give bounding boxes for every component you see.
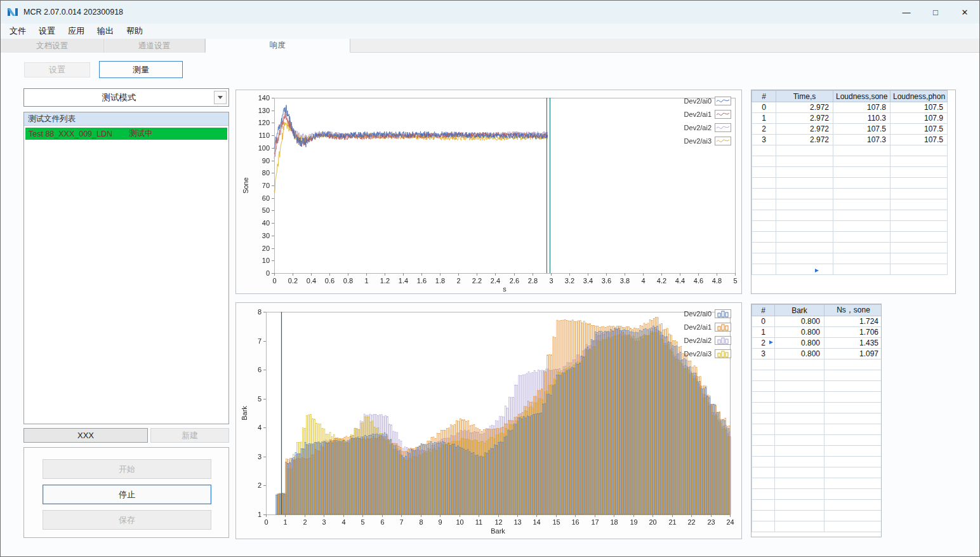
table-cell: 107.5 xyxy=(891,124,948,135)
table-cell: 0 xyxy=(752,102,776,113)
empty-table-row xyxy=(752,521,882,532)
menubar: 文件设置应用输出帮助 xyxy=(1,23,979,39)
bar-swatch-icon xyxy=(715,323,731,332)
menu-item-help[interactable]: 帮助 xyxy=(120,23,149,39)
line-swatch-icon xyxy=(715,137,731,145)
line-swatch-icon xyxy=(715,110,731,119)
menu-item-settings[interactable]: 设置 xyxy=(32,23,62,39)
loudness-table-panel: #Time,sLoudness,soneLoudness,phon02.9721… xyxy=(751,90,956,294)
window-title: MCR 2.07.0.014 202300918 xyxy=(23,8,123,17)
legend-entry: Dev2/ai0 xyxy=(679,97,731,105)
app-icon xyxy=(7,6,18,18)
table-row[interactable]: 02.972107.8107.5 xyxy=(752,102,948,113)
menu-item-apply[interactable]: 应用 xyxy=(62,23,91,39)
table-cell: 0.800 xyxy=(775,327,824,338)
column-header: # xyxy=(752,91,776,102)
file-list-item[interactable]: Test 88_XXX_009_LDN 测试中 xyxy=(25,128,227,140)
legend-label: Dev2/ai1 xyxy=(679,323,712,331)
table-row[interactable]: 12.972110.3107.9 xyxy=(752,113,948,124)
table-cell: 2 xyxy=(752,124,776,135)
tab-document-settings[interactable]: 文档设置 xyxy=(1,39,104,53)
empty-table-row xyxy=(752,221,948,232)
column-header: Loudness,phon xyxy=(891,91,948,102)
table-cell: 1 xyxy=(752,327,775,338)
empty-table-row xyxy=(752,145,948,156)
legend-entry: Dev2/ai3 xyxy=(679,349,731,358)
menu-item-file[interactable]: 文件 xyxy=(3,23,32,39)
empty-table-row xyxy=(752,457,882,467)
table-cell: 107.9 xyxy=(891,113,948,124)
legend-entry: Dev2/ai2 xyxy=(679,336,731,345)
xxx-button[interactable]: XXX xyxy=(23,428,148,443)
table-cell: 3 xyxy=(752,349,775,359)
empty-table-row xyxy=(752,403,882,413)
line-swatch-icon xyxy=(715,97,731,105)
tab-channel-settings[interactable]: 通道设置 xyxy=(104,39,205,53)
empty-table-row xyxy=(752,489,882,500)
empty-table-row xyxy=(752,413,882,424)
table-cell: 110.3 xyxy=(833,113,891,124)
legend-label: Dev2/ai0 xyxy=(679,310,712,318)
column-header: Loudness,sone xyxy=(833,91,891,102)
test-mode-value: 测试模式 xyxy=(24,92,214,104)
empty-table-row xyxy=(752,370,882,381)
stop-button[interactable]: 停止 xyxy=(43,485,211,504)
dropdown-arrow-box[interactable] xyxy=(214,91,227,104)
table-cell: 1.724 xyxy=(824,316,882,327)
minimize-button[interactable]: — xyxy=(892,1,921,23)
table-row[interactable]: 00.8001.724 xyxy=(752,316,882,327)
test-mode-dropdown[interactable]: 测试模式 xyxy=(23,88,229,107)
table-cell: 3 xyxy=(752,135,776,145)
legend-label: Dev2/ai3 xyxy=(679,137,712,145)
menu-item-output[interactable]: 输出 xyxy=(91,23,120,39)
empty-table-row xyxy=(752,210,948,221)
empty-table-row xyxy=(752,243,948,253)
table-cell: 107.5 xyxy=(891,135,948,145)
table-cursor-marker xyxy=(815,269,819,272)
table-row[interactable]: 10.8001.706 xyxy=(752,327,882,338)
table-cell: 107.8 xyxy=(833,102,891,113)
empty-table-row xyxy=(752,189,948,199)
table-row[interactable]: 30.8001.097 xyxy=(752,349,882,359)
column-header: Ns，sone xyxy=(824,305,882,316)
table-cell: 107.3 xyxy=(833,135,891,145)
empty-table-row xyxy=(752,359,882,370)
empty-table-row xyxy=(752,199,948,210)
control-group: 开始 停止 保存 xyxy=(23,447,229,538)
table-cell: 1 xyxy=(752,113,776,124)
column-header: # xyxy=(752,305,775,316)
legend-label: Dev2/ai2 xyxy=(679,124,712,131)
bar-swatch-icon xyxy=(715,336,731,345)
loudness-time-chart[interactable] xyxy=(236,90,743,295)
table-cell: 1.706 xyxy=(824,327,882,338)
table-cell: 0.800 xyxy=(775,349,824,359)
table-cell: 1.097 xyxy=(824,349,882,359)
new-button: 新建 xyxy=(150,428,229,443)
bark-spectrum-chart[interactable] xyxy=(236,303,743,540)
legend-entry: Dev2/ai1 xyxy=(679,323,731,332)
legend-label: Dev2/ai2 xyxy=(679,337,712,344)
legend-entry: Dev2/ai2 xyxy=(679,123,731,132)
legend-label: Dev2/ai3 xyxy=(679,350,712,358)
subtab-measure[interactable]: 测量 xyxy=(99,61,183,78)
empty-table-row xyxy=(752,511,882,521)
empty-table-row xyxy=(752,264,948,275)
table-cell: 2.972 xyxy=(776,113,833,124)
app-window: MCR 2.07.0.014 202300918 — □ ✕ 文件设置应用输出帮… xyxy=(0,0,980,557)
legend-label: Dev2/ai0 xyxy=(679,97,712,105)
loudness-chart-legend: Dev2/ai0Dev2/ai1Dev2/ai2Dev2/ai3 xyxy=(679,97,731,145)
empty-table-row xyxy=(752,167,948,178)
legend-label: Dev2/ai1 xyxy=(679,111,712,118)
table-row[interactable]: 32.972107.3107.5 xyxy=(752,135,948,145)
tab-loudness[interactable]: 响度 xyxy=(205,39,350,53)
window-controls: — □ ✕ xyxy=(892,1,979,23)
table-cell: 0 xyxy=(752,316,775,327)
empty-table-row xyxy=(752,446,882,457)
close-button[interactable]: ✕ xyxy=(950,1,979,23)
subtab-settings: 设置 xyxy=(24,62,90,77)
file-list-header: 测试文件列表 xyxy=(24,112,228,126)
table-row[interactable]: 22.972107.5107.5 xyxy=(752,124,948,135)
maximize-button[interactable]: □ xyxy=(921,1,950,23)
table-cell: 107.5 xyxy=(891,102,948,113)
column-header: Bark xyxy=(775,305,824,316)
